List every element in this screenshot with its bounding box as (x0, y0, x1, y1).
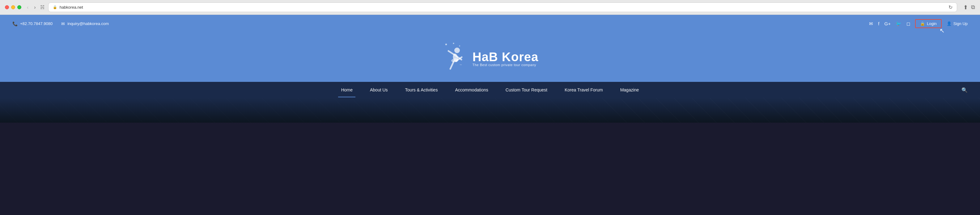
sidebar-toggle-button[interactable]: ☵ (40, 4, 45, 10)
phone-number: +82.70.7847.9080 (20, 21, 52, 26)
close-button[interactable] (5, 5, 9, 9)
nav-item-home[interactable]: Home (332, 83, 361, 97)
browser-chrome: ‹ › ☵ 🔒 habkorea.net ↻ ⬆ ⧉ (0, 0, 980, 15)
nav-item-tours[interactable]: Tours & Activities (396, 83, 447, 97)
brand-text: HaB Korea The Best custom private tour c… (473, 51, 539, 67)
search-icon[interactable]: 🔍 (961, 87, 968, 93)
email-icon: ✉ (61, 21, 65, 26)
google-plus-icon[interactable]: G+ (885, 21, 891, 26)
svg-text:★: ★ (459, 45, 460, 47)
svg-line-5 (449, 51, 455, 55)
nav-item-magazine[interactable]: Magazine (612, 83, 648, 97)
minimize-button[interactable] (11, 5, 15, 9)
url-display: habkorea.net (60, 5, 83, 10)
hero-area: ★ ★ ★ ™ HaB Korea The Best custom privat… (0, 32, 980, 82)
svg-text:★: ★ (445, 43, 447, 46)
svg-text:™: ™ (460, 64, 462, 66)
top-bar-right: ✉ f G+ 🐦 ◻ 🔒 Login ↖ 👤 Sign Up (869, 19, 968, 28)
login-container: 🔒 Login ↖ (915, 19, 942, 28)
brand-name: HaB Korea (473, 51, 539, 63)
nav-item-custom-tour[interactable]: Custom Tour Request (497, 83, 556, 97)
forward-button[interactable]: › (32, 4, 37, 11)
signup-label: Sign Up (953, 21, 968, 26)
brand-tagline: The Best custom private tour company (473, 63, 539, 67)
traffic-lights (5, 5, 21, 9)
signup-button[interactable]: 👤 Sign Up (947, 21, 968, 26)
nav-item-about-us[interactable]: About Us (361, 83, 396, 97)
nav-item-travel-forum[interactable]: Korea Travel Forum (556, 83, 612, 97)
fullscreen-button[interactable] (17, 5, 21, 9)
bottom-decorative-area (0, 98, 980, 123)
instagram-icon[interactable]: ◻ (907, 21, 910, 27)
new-tab-button[interactable]: ⧉ (971, 4, 975, 11)
mascot-logo: ★ ★ ★ ™ (442, 42, 466, 76)
browser-actions: ⬆ ⧉ (963, 4, 975, 11)
mail-social-icon[interactable]: ✉ (869, 21, 873, 27)
person-icon: 👤 (947, 21, 951, 26)
email-address: inquiry@habkorea.com (67, 21, 109, 26)
phone-icon: 📞 (12, 21, 18, 26)
lock-icon: 🔒 (53, 5, 57, 9)
svg-point-3 (454, 48, 460, 53)
browser-nav: ‹ › ☵ (25, 4, 45, 11)
lock-login-icon: 🔒 (920, 21, 925, 26)
email-contact: ✉ inquiry@habkorea.com (61, 21, 109, 26)
address-bar[interactable]: 🔒 habkorea.net ↻ (48, 2, 957, 12)
top-bar: 📞 +82.70.7847.9080 ✉ inquiry@habkorea.co… (0, 15, 980, 32)
share-button[interactable]: ⬆ (963, 4, 968, 11)
twitter-icon[interactable]: 🐦 (896, 21, 902, 27)
nav-menu: Home About Us Tours & Activities Accommo… (332, 83, 648, 97)
login-button[interactable]: 🔒 Login (915, 19, 942, 28)
reload-button[interactable]: ↻ (948, 4, 953, 10)
top-bar-left: 📞 +82.70.7847.9080 ✉ inquiry@habkorea.co… (12, 21, 109, 26)
nav-item-accommodations[interactable]: Accommodations (446, 83, 496, 97)
svg-text:★: ★ (452, 42, 455, 45)
login-label: Login (927, 21, 937, 26)
back-button[interactable]: ‹ (25, 4, 30, 11)
facebook-icon[interactable]: f (878, 21, 879, 26)
navigation-bar: Home About Us Tours & Activities Accommo… (0, 82, 980, 98)
brand-container: ★ ★ ★ ™ HaB Korea The Best custom privat… (442, 42, 539, 76)
phone-contact: 📞 +82.70.7847.9080 (12, 21, 52, 26)
